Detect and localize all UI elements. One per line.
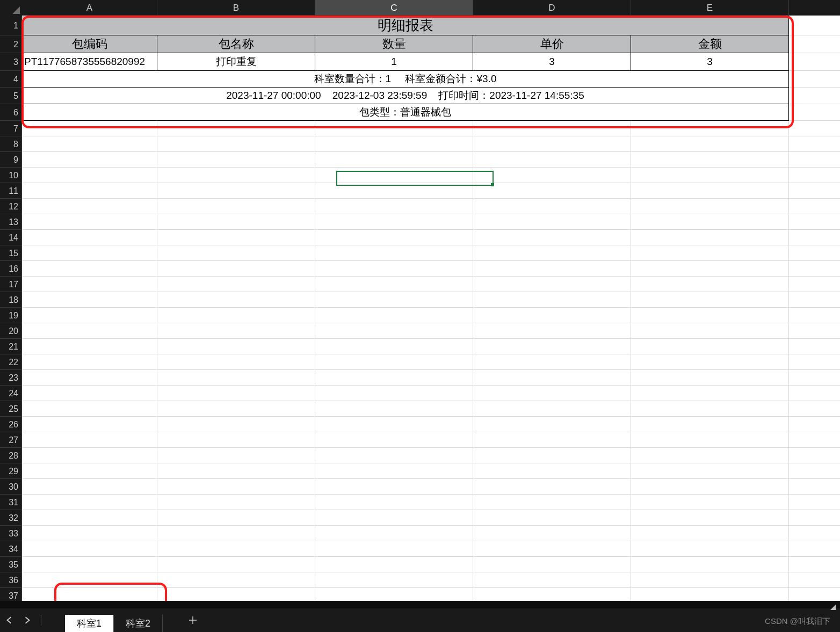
cell-E24[interactable] [631, 386, 789, 401]
cell-C29[interactable] [315, 463, 473, 479]
cell-rest-32[interactable] [789, 510, 840, 526]
cell-E21[interactable] [631, 339, 789, 354]
sheet-tab-1[interactable]: 科室1 [65, 615, 114, 632]
cell-C18[interactable] [315, 292, 473, 308]
cell-price[interactable]: 3 [473, 53, 631, 71]
cell-C15[interactable] [315, 245, 473, 261]
row-header-23[interactable]: 23 [0, 370, 22, 386]
merged-row-6[interactable]: 包类型：普通器械包 [22, 104, 789, 121]
cell-C28[interactable] [315, 448, 473, 463]
cell-B35[interactable] [157, 557, 315, 572]
cell-D34[interactable] [473, 541, 631, 557]
cell-E9[interactable] [631, 152, 789, 168]
cell-A21[interactable] [22, 339, 157, 354]
cell-D36[interactable] [473, 572, 631, 588]
cell-D25[interactable] [473, 401, 631, 417]
cell-D27[interactable] [473, 432, 631, 448]
row-header-8[interactable]: 8 [0, 136, 22, 152]
row-header-22[interactable]: 22 [0, 354, 22, 370]
row-header-17[interactable]: 17 [0, 277, 22, 292]
cell-C19[interactable] [315, 308, 473, 323]
cell-E25[interactable] [631, 401, 789, 417]
row-header-6[interactable]: 6 [0, 104, 22, 121]
cell-B26[interactable] [157, 417, 315, 432]
cell-empty[interactable] [789, 104, 840, 121]
row-header-19[interactable]: 19 [0, 308, 22, 323]
row-header-12[interactable]: 12 [0, 199, 22, 214]
cell-A15[interactable] [22, 245, 157, 261]
cell-qty[interactable]: 1 [315, 53, 473, 71]
col-header-C[interactable]: C [315, 0, 473, 16]
row-header-24[interactable]: 24 [0, 386, 22, 401]
cell-code[interactable]: PT1177658735556820992 [22, 53, 157, 71]
cell-A13[interactable] [22, 214, 157, 230]
row-header-13[interactable]: 13 [0, 214, 22, 230]
cell-rest-29[interactable] [789, 463, 840, 479]
cell-C8[interactable] [315, 136, 473, 152]
cell-rest-30[interactable] [789, 479, 840, 495]
sheet-grid[interactable]: 明细报表 包编码包名称数量单价金额 PT1177658735556820992 … [22, 16, 840, 601]
cell-D12[interactable] [473, 199, 631, 214]
cell-B10[interactable] [157, 168, 315, 183]
row-header-14[interactable]: 14 [0, 230, 22, 245]
cell-E23[interactable] [631, 370, 789, 386]
cell-rest-25[interactable] [789, 401, 840, 417]
cell-E27[interactable] [631, 432, 789, 448]
cell-A34[interactable] [22, 541, 157, 557]
row-header-3[interactable]: 3 [0, 53, 22, 71]
cell-A35[interactable] [22, 557, 157, 572]
cell-E7[interactable] [631, 121, 789, 136]
cell-C25[interactable] [315, 401, 473, 417]
cell-E18[interactable] [631, 292, 789, 308]
cell-B11[interactable] [157, 183, 315, 199]
cell-name[interactable]: 打印重复 [157, 53, 315, 71]
cell-amount[interactable]: 3 [631, 53, 789, 71]
cell-B9[interactable] [157, 152, 315, 168]
cell-A19[interactable] [22, 308, 157, 323]
cell-E30[interactable] [631, 479, 789, 495]
cell-B21[interactable] [157, 339, 315, 354]
select-all-corner[interactable] [0, 0, 22, 16]
cell-D28[interactable] [473, 448, 631, 463]
options-handle-icon[interactable] [830, 601, 836, 613]
cell-A17[interactable] [22, 277, 157, 292]
cell-D31[interactable] [473, 495, 631, 510]
cell-D29[interactable] [473, 463, 631, 479]
cell-D14[interactable] [473, 230, 631, 245]
cell-B36[interactable] [157, 572, 315, 588]
cell-B16[interactable] [157, 261, 315, 277]
cell-E16[interactable] [631, 261, 789, 277]
col-header-D[interactable]: D [473, 0, 631, 16]
cell-D24[interactable] [473, 386, 631, 401]
cell-E19[interactable] [631, 308, 789, 323]
cell-D17[interactable] [473, 277, 631, 292]
cell-rest-11[interactable] [789, 183, 840, 199]
cell-E17[interactable] [631, 277, 789, 292]
cell-D8[interactable] [473, 136, 631, 152]
cell-D18[interactable] [473, 292, 631, 308]
cell-D16[interactable] [473, 261, 631, 277]
cell-A29[interactable] [22, 463, 157, 479]
cell-D32[interactable] [473, 510, 631, 526]
cell-A7[interactable] [22, 121, 157, 136]
cell-A30[interactable] [22, 479, 157, 495]
cell-rest-26[interactable] [789, 417, 840, 432]
cell-E35[interactable] [631, 557, 789, 572]
cell-rest-36[interactable] [789, 572, 840, 588]
header-包编码[interactable]: 包编码 [22, 35, 157, 53]
cell-B23[interactable] [157, 370, 315, 386]
cell-D26[interactable] [473, 417, 631, 432]
row-header-18[interactable]: 18 [0, 292, 22, 308]
row-header-5[interactable]: 5 [0, 88, 22, 104]
cell-A27[interactable] [22, 432, 157, 448]
merged-row-5[interactable]: 2023-11-27 00:00:00 2023-12-03 23:59:59 … [22, 88, 789, 104]
row-header-16[interactable]: 16 [0, 261, 22, 277]
row-header-15[interactable]: 15 [0, 245, 22, 261]
row-header-10[interactable]: 10 [0, 168, 22, 183]
cell-empty[interactable] [789, 53, 840, 71]
header-数量[interactable]: 数量 [315, 35, 473, 53]
row-header-21[interactable]: 21 [0, 339, 22, 354]
cell-B32[interactable] [157, 510, 315, 526]
cell-D20[interactable] [473, 323, 631, 339]
cell-D13[interactable] [473, 214, 631, 230]
